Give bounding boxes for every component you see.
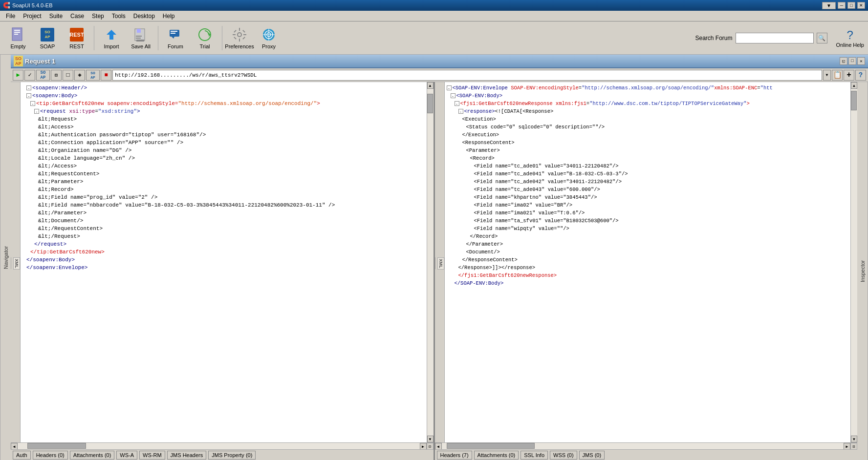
expand-icon[interactable]: - xyxy=(455,101,459,106)
menu-desktop[interactable]: Desktop xyxy=(130,12,159,21)
online-help-button[interactable]: ? Online Help xyxy=(836,28,864,48)
scroll-thumb-h[interactable] xyxy=(27,443,86,449)
tab-jms-right[interactable]: JMS (0) xyxy=(579,451,605,460)
left-xml-editor[interactable]: - <soapenv:Header/> - <soapenv:Body> - <… xyxy=(21,82,427,442)
left-scroll-horizontal[interactable]: ◀ ▶ ⊡ xyxy=(11,442,434,449)
request-tab-icon: SOAP xyxy=(14,56,23,66)
xml-line: &lt;Request> xyxy=(22,115,425,123)
scroll-up-button[interactable]: ▲ xyxy=(427,82,434,89)
search-input[interactable] xyxy=(736,33,814,43)
tab-attachments-right[interactable]: Attachments (0) xyxy=(474,451,519,460)
tab-close-button[interactable]: ✕ xyxy=(857,57,865,65)
scroll-left-button-right[interactable]: ◀ xyxy=(435,443,442,450)
tab-maximize-button[interactable]: □ xyxy=(848,57,856,65)
import-button[interactable]: Import xyxy=(97,24,126,52)
expand-icon[interactable]: - xyxy=(30,101,35,106)
right-scroll-horizontal[interactable]: ◀ ▶ ⊡ xyxy=(435,442,858,449)
minimize-button[interactable]: ─ xyxy=(838,2,846,9)
request-tab-title[interactable]: Request 1 xyxy=(25,58,55,65)
save-all-button[interactable]: Save All xyxy=(127,24,155,52)
menu-help[interactable]: Help xyxy=(159,12,179,21)
scroll-track-h[interactable] xyxy=(18,443,420,449)
empty-button[interactable]: Empty xyxy=(4,24,32,52)
trial-button[interactable]: Trial xyxy=(191,24,219,52)
wsdl-button[interactable]: SOAP xyxy=(36,70,50,81)
right-xml-editor[interactable]: - <SOAP-ENV:Envelope SOAP-ENV:encodingSt… xyxy=(445,82,851,442)
expand-icon[interactable]: - xyxy=(34,109,39,114)
xml-label-right[interactable]: XML xyxy=(437,257,444,270)
scroll-right-button-right[interactable]: ▶ xyxy=(844,443,850,450)
xml-label[interactable]: XML xyxy=(13,257,20,270)
scroll-left-button[interactable]: ◀ xyxy=(11,443,18,450)
search-go-button[interactable]: 🔍 xyxy=(817,33,827,43)
forum-button[interactable]: Forum xyxy=(161,24,190,52)
menu-tools[interactable]: Tools xyxy=(108,12,130,21)
xml-line: - <fjs1:GetBarCsft620newResponse xmlns:f… xyxy=(447,100,849,107)
tab-restore-button[interactable]: ◱ xyxy=(840,57,847,65)
menu-case[interactable]: Case xyxy=(66,12,88,21)
properties-button[interactable]: 📋 xyxy=(832,70,843,81)
scroll-track[interactable] xyxy=(427,89,434,436)
menu-project[interactable]: Project xyxy=(19,12,45,21)
validate-button[interactable]: ✓ xyxy=(24,70,35,81)
app-icon: 🧲 xyxy=(3,2,10,9)
tab-headers-right[interactable]: Headers (7) xyxy=(437,451,472,460)
expand-icon[interactable]: - xyxy=(451,93,456,98)
tab-wss[interactable]: WSS (0) xyxy=(550,451,577,460)
expand-icon[interactable]: - xyxy=(458,109,463,114)
raw-label-right[interactable]: Raw xyxy=(435,257,435,270)
soap-icon: SO AP xyxy=(40,27,55,42)
left-scroll-vertical[interactable]: ▲ ▼ xyxy=(427,82,434,442)
menu-file[interactable]: File xyxy=(2,12,19,21)
scroll-down-button[interactable]: ▼ xyxy=(427,436,434,442)
tab-ssl-info[interactable]: SSL Info xyxy=(521,451,548,460)
expand-icon[interactable]: - xyxy=(26,85,31,90)
inspector-strip[interactable]: Inspector xyxy=(857,82,868,460)
xml-line: <Execution> xyxy=(447,115,849,123)
maximize-button[interactable]: □ xyxy=(847,2,855,9)
tab-wsrm[interactable]: WS-RM xyxy=(139,451,165,460)
menu-step[interactable]: Step xyxy=(88,12,108,21)
format-button[interactable]: ⊞ xyxy=(51,70,62,81)
soap-button[interactable]: SO AP SOAP xyxy=(33,24,62,52)
right-scroll-vertical[interactable]: ▲ ▼ xyxy=(850,82,857,442)
tab-jms-property[interactable]: JMS Property (0) xyxy=(208,451,256,460)
raw-label[interactable]: Raw xyxy=(11,257,11,270)
scroll-track-right[interactable] xyxy=(851,89,857,436)
stop-button[interactable]: ■ xyxy=(101,70,111,81)
navigator-panel[interactable]: Navigator xyxy=(0,55,11,460)
tab-wsa[interactable]: WS-A xyxy=(116,451,137,460)
scroll-track-h-right[interactable] xyxy=(442,443,844,449)
wsdl2-button[interactable]: SOAP xyxy=(86,70,100,81)
expand-icon[interactable]: - xyxy=(447,85,452,90)
scroll-thumb-right[interactable] xyxy=(851,91,857,110)
url-input[interactable]: http://192.168........./ws/r/aws_ttsrv2?… xyxy=(112,70,822,81)
add-button[interactable]: + xyxy=(844,70,854,81)
svg-text:REST: REST xyxy=(69,32,84,38)
rest-button[interactable]: REST REST xyxy=(63,24,91,52)
proxy-button[interactable]: Proxy xyxy=(255,24,283,52)
title-bar: 🧲 SoapUI 5.4.0-EB ▼ ─ □ ✕ xyxy=(0,0,868,11)
run-button[interactable]: ▶ xyxy=(13,70,23,81)
scroll-thumb[interactable] xyxy=(427,94,433,113)
scroll-up-button-right[interactable]: ▲ xyxy=(851,82,857,89)
left-panel-content: XML Raw - <soapenv:Header/> - <soapenv:B… xyxy=(11,82,434,442)
tab-auth[interactable]: Auth xyxy=(13,451,31,460)
scroll-down-button-right[interactable]: ▼ xyxy=(851,436,857,442)
endpoint-button[interactable]: ◈ xyxy=(74,70,85,81)
collapse-button[interactable]: ▼ xyxy=(822,2,836,9)
menu-suite[interactable]: Suite xyxy=(45,12,66,21)
tab-attachments-left[interactable]: Attachments (0) xyxy=(70,451,115,460)
close-button[interactable]: ✕ xyxy=(857,2,865,9)
tab-jms-headers[interactable]: JMS Headers xyxy=(167,451,207,460)
settings-button[interactable]: □ xyxy=(63,70,73,81)
help-button[interactable]: ? xyxy=(855,70,866,81)
forum-icon xyxy=(168,27,183,42)
url-dropdown[interactable]: ▼ xyxy=(823,70,831,81)
tab-headers-left[interactable]: Headers (0) xyxy=(33,451,68,460)
expand-icon[interactable]: - xyxy=(26,93,31,98)
scroll-right-button[interactable]: ▶ xyxy=(420,443,427,450)
preferences-button[interactable]: Preferences xyxy=(225,24,254,52)
scroll-thumb-h-right[interactable] xyxy=(447,443,535,449)
preferences-label: Preferences xyxy=(225,43,254,49)
